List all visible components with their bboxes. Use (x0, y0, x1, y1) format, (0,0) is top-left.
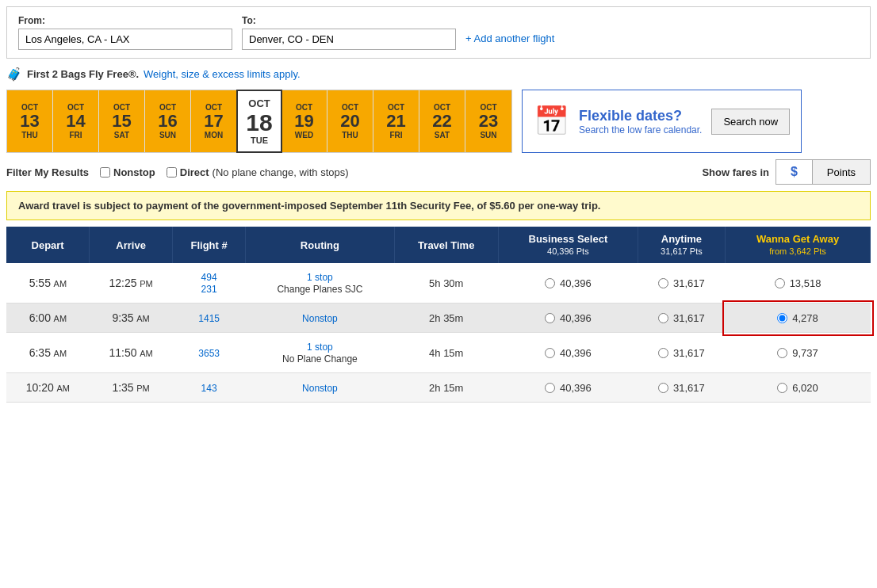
wga-pts: 13,518 (790, 277, 821, 289)
table-row: 6:00 AM 9:35 AM 1415 Nonstop 2h 35m 40,3… (6, 304, 871, 333)
wga-radio[interactable] (777, 313, 787, 323)
routing: Nonstop (246, 373, 394, 403)
cal-day-18[interactable]: OCT 18 TUE (236, 90, 282, 153)
from-label: From: (18, 15, 232, 26)
depart-time: 6:35 AM (6, 333, 90, 373)
cal-day-num: 17 (204, 112, 223, 131)
any-radio[interactable] (658, 383, 668, 393)
cal-day-num: 20 (340, 112, 359, 131)
bags-notice: 🧳 First 2 Bags Fly Free®. Weight, size &… (6, 67, 871, 82)
wga-pts: 4,278 (792, 312, 818, 324)
any-radio-group: 31,617 (642, 312, 720, 324)
any-radio[interactable] (658, 313, 668, 323)
to-field-group: To: (242, 15, 456, 50)
bs-pts-cell: 40,396 (498, 304, 638, 333)
any-radio-group: 31,617 (642, 277, 720, 289)
any-pts: 31,617 (673, 312, 705, 324)
cal-day-21[interactable]: OCT 21 FRI (373, 90, 419, 152)
cal-day-23[interactable]: OCT 23 SUN (465, 90, 511, 152)
wga-pts-cell: 6,020 (726, 373, 871, 403)
bs-radio[interactable] (545, 383, 555, 393)
flight-num: 143 (201, 383, 217, 394)
fares-label: Show fares in (702, 166, 769, 178)
cal-day-num: 16 (158, 112, 177, 131)
cal-day-19[interactable]: OCT 19 WED (281, 90, 327, 152)
cal-day-15[interactable]: OCT 15 SAT (99, 90, 145, 152)
add-flight-link[interactable]: + Add another flight (465, 32, 554, 44)
any-pts-cell: 31,617 (638, 333, 725, 373)
dollars-button[interactable]: $ (776, 160, 813, 184)
flexible-dates-box: 📅 Flexible dates? Search the low fare ca… (522, 90, 802, 153)
bs-pts-cell: 40,396 (498, 333, 638, 373)
flight-num: 1415 (198, 313, 220, 324)
col-sub-6: 31,617 Pts (661, 246, 703, 256)
cal-day-17[interactable]: OCT 17 MON (191, 90, 237, 152)
any-radio[interactable] (658, 278, 668, 288)
flight-number: 143 (172, 373, 245, 403)
table-row: 6:35 AM 11:50 AM 3653 1 stopNo Plane Cha… (6, 333, 871, 373)
from-input[interactable] (18, 29, 232, 50)
any-radio[interactable] (658, 348, 668, 358)
col-header-0: Depart (6, 227, 90, 263)
arrive-time: 12:25 PM (90, 263, 173, 304)
direct-label[interactable]: Direct (180, 166, 209, 178)
toggle-buttons: $ Points (776, 159, 871, 185)
nonstop-filter: Nonstop (100, 166, 155, 178)
direct-filter: Direct (No plane change, with stops) (167, 166, 349, 178)
cal-day-13[interactable]: OCT 13 THU (7, 90, 53, 152)
cal-day-20[interactable]: OCT 20 THU (327, 90, 373, 152)
to-label: To: (242, 15, 456, 26)
cal-day-name: SAT (435, 131, 450, 139)
calendar-dates: OCT 13 THU OCT 14 FRI OCT 15 SAT OCT 16 … (6, 90, 512, 153)
arrive-time: 11:50 AM (90, 333, 173, 373)
wga-radio[interactable] (775, 278, 785, 288)
wga-radio[interactable] (777, 348, 787, 358)
search-now-button[interactable]: Search now (711, 109, 790, 135)
calendar-icon: 📅 (534, 105, 569, 138)
cal-day-16[interactable]: OCT 16 SUN (145, 90, 191, 152)
bs-radio[interactable] (545, 313, 555, 323)
direct-checkbox[interactable] (167, 167, 177, 178)
routing-detail: No Plane Change (282, 353, 358, 365)
cal-day-num: 13 (20, 112, 39, 131)
flight-number: 1415 (172, 304, 245, 333)
bs-radio[interactable] (545, 348, 555, 358)
table-row: 10:20 AM 1:35 PM 143 Nonstop 2h 15m 40,3… (6, 373, 871, 403)
travel-time: 4h 15m (394, 333, 498, 373)
nonstop-label[interactable]: Nonstop (113, 166, 155, 178)
wga-pts: 9,737 (792, 347, 818, 359)
cal-day-name: MON (205, 131, 223, 139)
cal-day-num: 23 (479, 112, 498, 131)
wga-pts-cell: 4,278 (726, 304, 871, 333)
points-button[interactable]: Points (813, 160, 870, 184)
routing-detail: Change Planes SJC (277, 284, 362, 295)
cal-day-num: 18 (246, 109, 272, 136)
bs-radio-group: 40,396 (503, 277, 633, 289)
filter-section: Filter My Results Nonstop Direct (No pla… (6, 159, 871, 185)
flight-num2: 231 (201, 284, 217, 295)
cal-day-num: 22 (432, 112, 451, 131)
table-header: DepartArriveFlight #RoutingTravel TimeBu… (6, 227, 871, 263)
cal-day-22[interactable]: OCT 22 SAT (419, 90, 465, 152)
routing-nonstop: Nonstop (302, 313, 338, 324)
wga-radio[interactable] (777, 383, 787, 393)
any-pts-cell: 31,617 (638, 373, 725, 403)
bs-radio[interactable] (545, 278, 555, 288)
bs-radio-group: 40,396 (503, 347, 633, 359)
bags-link[interactable]: Weight, size & excess limits apply. (144, 68, 300, 80)
award-notice: Award travel is subject to payment of th… (6, 191, 871, 220)
nonstop-checkbox[interactable] (100, 167, 110, 178)
to-input[interactable] (242, 29, 456, 50)
wga-pts-cell: 13,518 (726, 263, 871, 304)
bs-pts: 40,396 (560, 347, 592, 359)
routing: 1 stopChange Planes SJC (246, 263, 394, 304)
flexible-text: Flexible dates? Search the low fare cale… (579, 108, 702, 136)
flexible-subtitle: Search the low fare calendar. (579, 124, 702, 136)
wga-pts: 6,020 (792, 382, 818, 394)
search-bar: From: To: + Add another flight (6, 6, 871, 59)
arrive-time: 1:35 PM (90, 373, 173, 403)
cal-day-name: SUN (480, 131, 496, 139)
cal-month: OCT (248, 97, 270, 109)
bs-pts-cell: 40,396 (498, 263, 638, 304)
cal-day-14[interactable]: OCT 14 FRI (53, 90, 99, 152)
